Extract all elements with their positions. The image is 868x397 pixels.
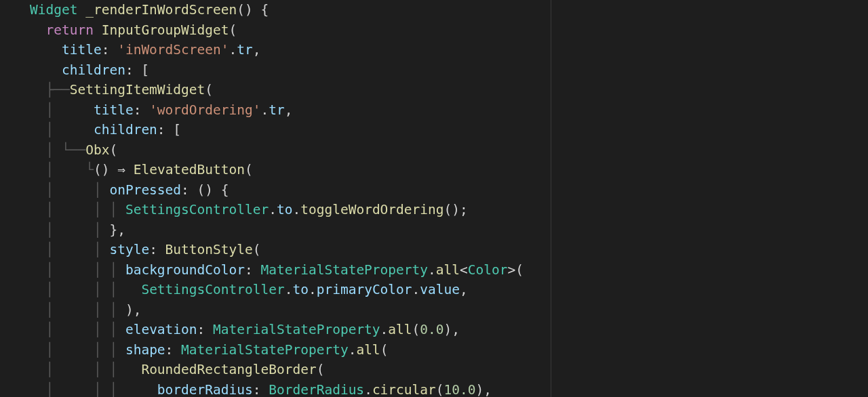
code-editor-pane[interactable]: Widget _renderInWordScreen() { return In…	[0, 0, 551, 397]
string-inwordscreen: 'inWordScreen'	[117, 42, 229, 58]
call-settingitem: SettingItemWidget	[70, 82, 205, 98]
param-children: children	[62, 62, 125, 78]
call-obx: Obx	[85, 142, 109, 158]
call-toggle: toggleWordOrdering	[300, 202, 443, 217]
call-elevatedbutton: ElevatedButton	[134, 162, 245, 177]
param-borderradius: borderRadius	[157, 382, 253, 398]
param-title: title	[62, 42, 102, 58]
call-inputgroup: InputGroupWidget	[102, 22, 229, 38]
return-type: Widget	[30, 2, 77, 18]
call-buttonstyle: ButtonStyle	[165, 242, 253, 257]
secondary-pane[interactable]	[551, 0, 868, 397]
param-style: style	[109, 242, 149, 257]
param-shape: shape	[125, 342, 165, 358]
code-block[interactable]: Widget _renderInWordScreen() { return In…	[30, 0, 551, 397]
function-name: _renderInWordScreen	[85, 2, 237, 18]
keyword-return: return	[45, 22, 93, 38]
class-settingscontroller: SettingsController	[125, 202, 269, 217]
prop-primarycolor: primaryColor	[317, 282, 412, 297]
param-onpressed: onPressed	[109, 182, 181, 198]
tree-guide: ├──	[45, 82, 69, 98]
num-zero: 0.0	[420, 322, 443, 337]
num-ten: 10.0	[444, 382, 476, 398]
param-elevation: elevation	[125, 322, 197, 337]
param-bgcolor: backgroundColor	[125, 262, 245, 278]
call-roundedrect: RoundedRectangleBorder	[141, 362, 316, 377]
string-wordordering: 'wordOrdering'	[149, 102, 260, 118]
